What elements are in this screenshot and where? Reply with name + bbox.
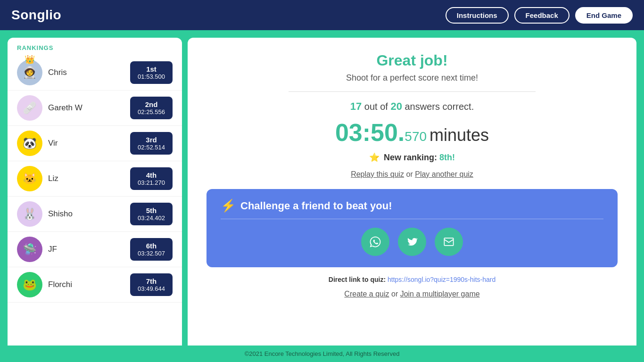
or-text-create: or: [391, 290, 400, 298]
rank-time: 02:52.514: [138, 144, 165, 151]
ranking-row: 🐰Shisho5th03:24.402: [8, 197, 182, 232]
avatar: 🩹: [17, 95, 42, 121]
rank-badge: 4th03:21.270: [130, 167, 173, 190]
join-multiplayer-link[interactable]: Join a multiplayer game: [400, 290, 480, 298]
main-area: RANKINGS 👑🧑‍🚀Chris1st01:53.500🩹Gareth W2…: [0, 30, 644, 346]
create-line: Create a quiz or Join a multiplayer game: [206, 290, 618, 298]
play-another-link[interactable]: Play another quiz: [415, 170, 473, 178]
bolt-icon: ⚡: [221, 198, 236, 213]
score-suffix: answers correct.: [405, 101, 474, 112]
rank-time: 03:32.507: [138, 250, 165, 257]
avatar: 🐸: [17, 272, 42, 297]
ranking-row: 🐱Liz4th03:21.270: [8, 161, 182, 197]
rank-badge: 3rd02:52.514: [130, 132, 173, 155]
ranking-row: 🛸JF6th03:32.507: [8, 232, 182, 267]
ranking-row: 🩹Gareth W2nd02:25.556: [8, 90, 182, 126]
app-logo: Songlio: [11, 8, 61, 23]
rank-time: 03:49.644: [138, 285, 165, 292]
result-subtitle: Shoot for a perfect score next time!: [206, 73, 618, 83]
rankings-label: RANKINGS: [8, 38, 182, 55]
email-share-button[interactable]: [435, 228, 463, 256]
player-name: Florchi: [48, 280, 124, 289]
rank-position: 3rd: [138, 136, 165, 144]
challenge-title-text: Challenge a friend to beat you!: [240, 200, 392, 212]
challenge-box: ⚡ Challenge a friend to beat you!: [206, 189, 618, 267]
ranking-row: 👑🧑‍🚀Chris1st01:53.500: [8, 55, 182, 90]
new-ranking-label: New ranking:: [384, 153, 437, 162]
new-ranking-value: 8th!: [439, 153, 455, 162]
player-name: Chris: [48, 68, 124, 77]
rank-time: 03:24.402: [138, 214, 165, 222]
rank-position: 7th: [138, 277, 165, 285]
whatsapp-share-button[interactable]: [361, 228, 389, 256]
rank-time: 02:25.556: [138, 108, 165, 115]
player-name: Liz: [48, 174, 124, 183]
rank-badge: 1st01:53.500: [130, 61, 173, 84]
direct-link-url[interactable]: https://songl.io?quiz=1990s-hits-hard: [388, 276, 495, 283]
feedback-button[interactable]: Feedback: [514, 7, 570, 24]
result-title: Great job!: [206, 52, 618, 69]
app-footer: ©2021 Encore Technologies Limited, All R…: [0, 346, 644, 362]
time-decimal: 570: [405, 129, 427, 144]
end-game-button[interactable]: End Game: [575, 7, 633, 24]
or-text-replay: or: [406, 170, 415, 178]
score-out-of: out of: [364, 101, 391, 112]
rank-time: 03:21.270: [138, 179, 165, 186]
score-total: 20: [390, 100, 402, 112]
rankings-panel: RANKINGS 👑🧑‍🚀Chris1st01:53.500🩹Gareth W2…: [8, 38, 182, 346]
avatar: 🐼: [17, 131, 42, 156]
rank-badge: 2nd02:25.556: [130, 97, 173, 119]
time-main: 03:50.: [335, 119, 405, 146]
new-ranking-line: ⭐ New ranking: 8th!: [206, 152, 618, 163]
share-buttons: [221, 228, 603, 256]
time-line: 03:50.570minutes: [206, 118, 618, 147]
crown-icon: 👑: [25, 55, 35, 65]
avatar: 🐰: [17, 201, 42, 227]
direct-link-label: Direct link to quiz:: [329, 276, 386, 283]
footer-text: ©2021 Encore Technologies Limited, All R…: [245, 350, 400, 357]
divider: [289, 91, 535, 92]
rank-position: 1st: [138, 65, 165, 73]
replay-quiz-link[interactable]: Replay this quiz: [351, 170, 404, 178]
ranking-row: 🐼Vir3rd02:52.514: [8, 126, 182, 161]
player-name: Vir: [48, 139, 124, 148]
header-actions: Instructions Feedback End Game: [446, 7, 633, 24]
create-quiz-link[interactable]: Create a quiz: [344, 290, 389, 298]
rank-time: 01:53.500: [138, 73, 165, 80]
rank-position: 6th: [138, 242, 165, 250]
instructions-button[interactable]: Instructions: [446, 7, 509, 24]
avatar: 🐱: [17, 166, 42, 191]
results-panel: Great job! Shoot for a perfect score nex…: [188, 38, 636, 346]
rank-badge: 5th03:24.402: [130, 203, 173, 225]
avatar: 👑🧑‍🚀: [17, 60, 42, 85]
player-name: Gareth W: [48, 103, 124, 113]
rankings-list: 👑🧑‍🚀Chris1st01:53.500🩹Gareth W2nd02:25.5…: [8, 55, 182, 346]
rank-position: 2nd: [138, 100, 165, 108]
direct-link-line: Direct link to quiz: https://songl.io?qu…: [206, 276, 618, 283]
player-name: Shisho: [48, 209, 124, 219]
avatar: 🛸: [17, 237, 42, 262]
player-name: JF: [48, 245, 124, 254]
twitter-share-button[interactable]: [398, 228, 426, 256]
ranking-row: 🐸Florchi7th03:49.644: [8, 267, 182, 303]
challenge-title: ⚡ Challenge a friend to beat you!: [221, 198, 603, 219]
rank-position: 5th: [138, 206, 165, 214]
score-line: 17 out of 20 answers correct.: [206, 100, 618, 113]
star-icon: ⭐: [369, 153, 380, 162]
time-unit: minutes: [429, 125, 489, 145]
replay-line: Replay this quiz or Play another quiz: [206, 170, 618, 179]
rank-position: 4th: [138, 171, 165, 179]
score-correct: 17: [350, 100, 362, 112]
app-header: Songlio Instructions Feedback End Game: [0, 0, 644, 30]
rank-badge: 6th03:32.507: [130, 238, 173, 261]
rank-badge: 7th03:49.644: [130, 273, 173, 296]
